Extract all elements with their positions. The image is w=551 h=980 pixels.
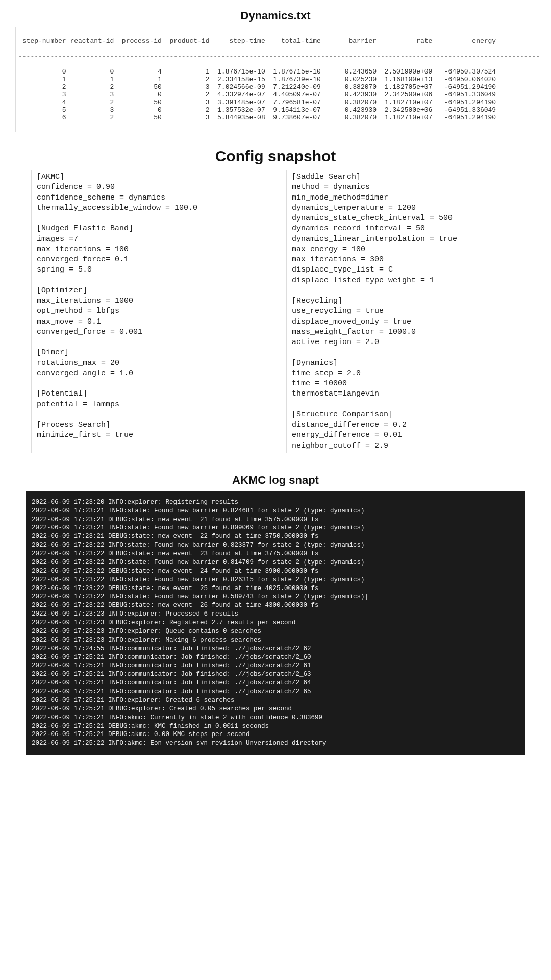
config-left-column: [AKMC] confidence = 0.90 confidence_sche… (31, 170, 265, 453)
config-columns: [AKMC] confidence = 0.90 confidence_sche… (31, 170, 520, 453)
log-terminal: 2022-06-09 17:23:20 INFO:explorer: Regis… (26, 491, 525, 755)
dynamics-header-row: step-number reactant-id process-id produ… (18, 37, 532, 45)
dynamics-rows: 0 0 4 1 1.876715e-10 1.876715e-10 0.2436… (18, 68, 532, 121)
log-title: AKMC log snapt (5, 474, 546, 487)
config-right-column: [Saddle Search] method = dynamics min_mo… (286, 170, 520, 453)
dynamics-table: step-number reactant-id process-id produ… (15, 27, 536, 132)
config-title: Config snapshot (5, 148, 546, 165)
dynamics-title: Dynamics.txt (5, 9, 546, 22)
dynamics-separator: ----------------------------------------… (18, 53, 532, 60)
